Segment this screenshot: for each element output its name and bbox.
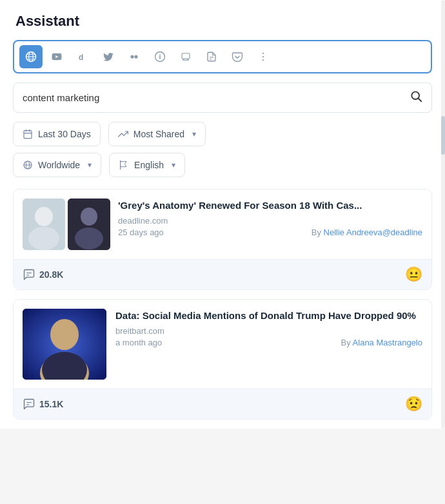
source-icon-document[interactable] [200, 45, 223, 68]
filters-row-1: Last 30 Days Most Shared ▾ [13, 122, 432, 146]
article-source-2: breitbart.com [115, 326, 422, 336]
svg-point-17 [262, 53, 264, 54]
flag-icon [119, 160, 129, 170]
svg-point-31 [35, 207, 53, 226]
article-title[interactable]: 'Grey's Anatomy' Renewed For Season 18 W… [118, 199, 422, 212]
svg-point-19 [262, 59, 264, 61]
source-icons-bar: d [13, 40, 432, 73]
article-footer: 20.8K 😐 [14, 259, 431, 289]
search-icon[interactable] [410, 90, 422, 106]
region-filter-label: Worldwide [38, 160, 80, 170]
article-author-link-2[interactable]: Alana Mastrangelo [353, 338, 422, 347]
source-icon-twitter[interactable] [97, 45, 120, 68]
source-icon-info[interactable] [148, 45, 172, 68]
source-icon-youtube[interactable] [45, 45, 68, 68]
article-meta-2: a month ago By Alana Mastrangelo [115, 338, 422, 347]
article-title-2[interactable]: Data: Social Media Mentions of Donald Tr… [115, 309, 422, 322]
source-icon-dailymotion[interactable]: d [71, 45, 94, 68]
article-footer-2: 15.1K 😟 [14, 389, 431, 419]
svg-point-10 [159, 54, 161, 55]
article-author-label-2: By Alana Mastrangelo [341, 338, 422, 347]
sort-filter-button[interactable]: Most Shared ▾ [108, 122, 206, 146]
filters-row-2: Worldwide ▾ English ▾ [13, 153, 432, 177]
article-image-main-svg [23, 309, 106, 380]
svg-rect-11 [182, 53, 190, 59]
sentiment-emoji-2: 😟 [405, 396, 422, 412]
article-images [23, 199, 110, 250]
article-content-2: Data: Social Media Mentions of Donald Tr… [115, 309, 422, 380]
region-filter-button[interactable]: Worldwide ▾ [13, 153, 101, 177]
article-author-link[interactable]: Nellie Andreeva@deadline [324, 228, 422, 237]
globe-icon [23, 160, 33, 170]
article-content: 'Grey's Anatomy' Renewed For Season 18 W… [118, 199, 422, 250]
article-main: 'Grey's Anatomy' Renewed For Season 18 W… [14, 189, 431, 259]
svg-point-7 [134, 55, 137, 58]
share-count-2: 15.1K [23, 398, 63, 411]
sort-filter-label: Most Shared [134, 129, 184, 139]
svg-text:d: d [79, 53, 83, 62]
article-thumbnail-2 [68, 199, 110, 250]
source-icon-flickr[interactable] [123, 45, 146, 68]
source-icon-reddit[interactable] [174, 45, 197, 68]
share-icon [23, 268, 35, 281]
share-count: 20.8K [23, 268, 63, 281]
search-input[interactable] [23, 92, 410, 103]
source-icon-pocket[interactable] [226, 45, 249, 68]
svg-point-6 [130, 55, 134, 58]
svg-point-34 [81, 208, 97, 226]
articles-list: 'Grey's Anatomy' Renewed For Season 18 W… [13, 189, 432, 429]
article-thumbnail-1 [23, 199, 65, 250]
svg-point-35 [75, 228, 103, 249]
language-filter-button[interactable]: English ▾ [109, 153, 185, 177]
date-filter-label: Last 30 Days [38, 129, 91, 139]
sentiment-emoji: 😐 [405, 266, 422, 283]
article-time-2: a month ago [115, 338, 162, 347]
trending-icon [118, 129, 128, 139]
source-icon-web[interactable] [19, 45, 43, 68]
article-meta: 25 days ago By Nellie Andreeva@deadline [118, 228, 422, 237]
source-icon-more[interactable] [252, 45, 275, 68]
article-image-svg-2 [68, 199, 110, 250]
article-main-2: Data: Social Media Mentions of Donald Tr… [14, 300, 431, 389]
article-time: 25 days ago [118, 228, 164, 237]
calendar-icon [23, 129, 33, 139]
svg-rect-22 [24, 131, 32, 139]
svg-point-32 [28, 227, 59, 250]
region-filter-chevron: ▾ [88, 160, 92, 170]
scrollbar-track [441, 0, 445, 429]
article-thumbnail-main [23, 309, 106, 380]
svg-point-18 [262, 56, 264, 57]
table-row: 'Grey's Anatomy' Renewed For Season 18 W… [13, 189, 432, 290]
svg-line-21 [419, 99, 422, 102]
table-row: Data: Social Media Mentions of Donald Tr… [13, 299, 432, 420]
scrollbar-thumb[interactable] [441, 116, 445, 155]
article-image-svg [23, 199, 65, 250]
page-title: Assistant [13, 13, 432, 30]
svg-point-43 [52, 322, 77, 350]
language-filter-label: English [134, 160, 164, 170]
date-filter-button[interactable]: Last 30 Days [13, 122, 101, 146]
search-bar [13, 82, 432, 113]
article-author-label: By Nellie Andreeva@deadline [312, 228, 422, 237]
article-source: deadline.com [118, 216, 422, 226]
sort-filter-chevron: ▾ [192, 130, 196, 139]
share-count-value: 20.8K [39, 269, 63, 280]
share-count-value-2: 15.1K [39, 399, 63, 409]
assistant-panel: Assistant d [0, 0, 445, 429]
share-icon-2 [23, 398, 35, 411]
language-filter-chevron: ▾ [172, 160, 175, 170]
